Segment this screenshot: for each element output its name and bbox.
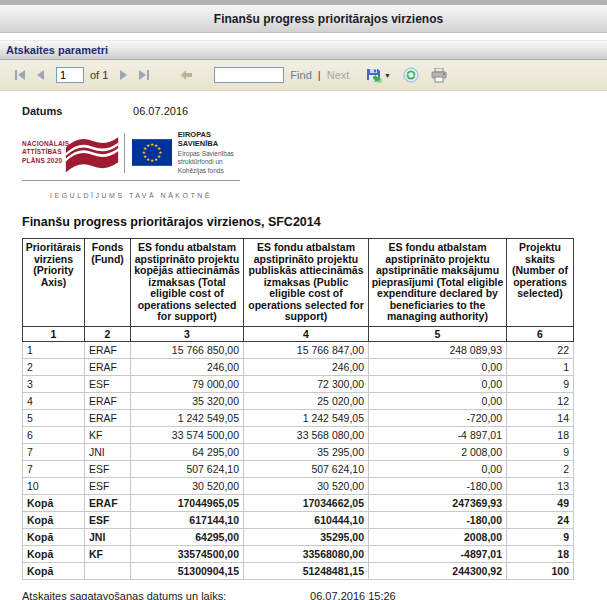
- table-cell: ESF: [85, 375, 131, 392]
- column-number: 3: [131, 326, 244, 341]
- refresh-button[interactable]: [401, 65, 421, 85]
- find-next-link[interactable]: Next: [327, 69, 350, 81]
- table-cell: KF: [85, 426, 131, 443]
- table-cell: Kopā: [23, 545, 85, 562]
- table-cell: 7: [23, 443, 85, 460]
- table-cell: 18: [507, 426, 574, 443]
- table-cell: 72 300,00: [244, 375, 369, 392]
- find-next-separator: |: [318, 69, 321, 81]
- column-header: Fonds (Fund): [85, 239, 131, 327]
- table-cell: JNI: [85, 443, 131, 460]
- table-row: 1ERAF15 766 850,0015 766 847,00248 089,9…: [23, 341, 574, 358]
- eu-flag-icon: ★★ ★★ ★★ ★★ ★★ ★★: [132, 139, 172, 166]
- print-button[interactable]: [429, 65, 449, 85]
- previous-page-icon: [36, 70, 44, 80]
- table-cell: 30 520,00: [131, 477, 244, 494]
- table-cell: -180,00: [369, 477, 507, 494]
- search-input[interactable]: [214, 67, 284, 83]
- table-cell: 247369,93: [369, 494, 507, 511]
- table-cell: Kopā: [23, 511, 85, 528]
- spacer: [0, 33, 607, 40]
- table-row: KopāJNI64295,0035295,002008,009: [23, 528, 574, 545]
- table-cell: ERAF: [85, 341, 131, 358]
- column-header: ES fondu atbalstam apstiprināto projektu…: [131, 239, 244, 327]
- table-cell: ESF: [85, 460, 131, 477]
- column-header: ES fondu atbalstam apstiprināto projektu…: [244, 239, 369, 327]
- page-count-label: of 1: [90, 69, 108, 81]
- svg-text:★: ★: [146, 143, 150, 148]
- table-row: 7JNI64 295,0035 295,002 008,009: [23, 443, 574, 460]
- table-cell: 33 568 080,00: [244, 426, 369, 443]
- table-cell: ESF: [85, 477, 131, 494]
- first-page-icon: [14, 70, 26, 80]
- table-cell: 64295,00: [131, 528, 244, 545]
- table-cell: -720,00: [369, 409, 507, 426]
- table-cell: 246,00: [131, 358, 244, 375]
- refresh-icon: [403, 67, 419, 83]
- table-cell: ERAF: [85, 392, 131, 409]
- first-page-button[interactable]: [10, 65, 30, 85]
- export-button[interactable]: ▼: [363, 65, 393, 85]
- table-cell: 51248481,15: [244, 562, 369, 579]
- table-cell: KF: [85, 545, 131, 562]
- table-cell: ERAF: [85, 358, 131, 375]
- table-cell: 1 242 549,05: [244, 409, 369, 426]
- table-cell: Kopā: [23, 562, 85, 579]
- table-cell: 33574500,00: [131, 545, 244, 562]
- table-cell: 610444,10: [244, 511, 369, 528]
- back-to-parent-button[interactable]: [176, 65, 196, 85]
- table-cell: 22: [507, 341, 574, 358]
- find-next-controls: Find | Next: [290, 69, 349, 81]
- table-cell: 2008,00: [369, 528, 507, 545]
- slogan-text: IEGULDĪJUMS TAVĀ NĀKOTNĒ: [50, 192, 212, 199]
- current-page-input[interactable]: [56, 67, 84, 83]
- table-number-row: 1 2 3 4 5 6: [23, 326, 574, 341]
- table-cell: 13: [507, 477, 574, 494]
- table-cell: 2 008,00: [369, 443, 507, 460]
- table-row: 6KF33 574 500,0033 568 080,00-4 897,0118: [23, 426, 574, 443]
- window-title: Finanšu progress prioritārajos virzienos: [214, 12, 443, 26]
- next-page-icon: [120, 70, 128, 80]
- table-row: 5ERAF1 242 549,051 242 549,05-720,0014: [23, 409, 574, 426]
- table-cell: 15 766 850,00: [131, 341, 244, 358]
- table-cell: ERAF: [85, 409, 131, 426]
- report-title: Finanšu progress prioritārajos virzienos…: [22, 215, 607, 229]
- table-cell: ERAF: [85, 494, 131, 511]
- table-cell: 4: [23, 392, 85, 409]
- next-page-button[interactable]: [114, 65, 134, 85]
- last-page-button[interactable]: [134, 65, 154, 85]
- table-cell: 14: [507, 409, 574, 426]
- column-header: Prioritārais virziens (Priority Axis): [23, 239, 85, 327]
- find-link[interactable]: Find: [290, 69, 311, 81]
- column-number: 5: [369, 326, 507, 341]
- table-cell: 33568080,00: [244, 545, 369, 562]
- report-header-bar: Finanšu progress prioritārajos virzienos: [0, 5, 607, 33]
- report-table: Prioritārais virziens (Priority Axis) Fo…: [22, 238, 574, 580]
- eu-logo-text: EIROPAS SAVIENĪBA Eiropas Savienības str…: [178, 130, 240, 175]
- table-cell: 7: [23, 460, 85, 477]
- previous-page-button[interactable]: [30, 65, 50, 85]
- table-cell: 1: [507, 358, 574, 375]
- svg-text:★: ★: [150, 158, 154, 163]
- table-cell: 33 574 500,00: [131, 426, 244, 443]
- table-cell: JNI: [85, 528, 131, 545]
- back-arrow-icon: [181, 70, 192, 80]
- prepared-datetime-value: 06.07.2016 15:26: [310, 590, 396, 600]
- export-dropdown-caret-icon: ▼: [384, 72, 391, 79]
- report-body: Datums 06.07.2016 NACIONĀLAIS ATTĪSTĪBAS…: [0, 105, 607, 600]
- table-cell: 244300,92: [369, 562, 507, 579]
- table-cell: 17044965,05: [131, 494, 244, 511]
- table-cell: 10: [23, 477, 85, 494]
- column-number: 4: [244, 326, 369, 341]
- table-row: 3ESF79 000,0072 300,000,009: [23, 375, 574, 392]
- table-cell: 1 242 549,05: [131, 409, 244, 426]
- reportviewer-toolbar: of 1 Find | Next: [0, 60, 607, 91]
- table-cell: 2: [507, 460, 574, 477]
- svg-text:★: ★: [154, 157, 158, 162]
- table-cell: 0,00: [369, 392, 507, 409]
- report-parameters-bar[interactable]: Atskaites parametri: [0, 40, 607, 60]
- table-cell: 0,00: [369, 375, 507, 392]
- table-cell: 0,00: [369, 460, 507, 477]
- table-cell: 30 520,00: [244, 477, 369, 494]
- table-cell: 6: [23, 426, 85, 443]
